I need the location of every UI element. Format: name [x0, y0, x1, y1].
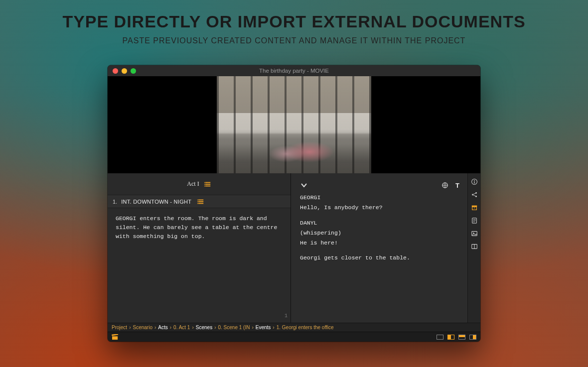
svg-point-14: [474, 180, 475, 181]
breadcrumb-separator: ›: [252, 325, 253, 330]
breadcrumb-separator: ›: [154, 325, 156, 330]
svg-rect-20: [472, 207, 476, 210]
layout-split-top[interactable]: [458, 335, 465, 340]
notes-icon[interactable]: [471, 217, 478, 224]
script-text[interactable]: GEORGIHello, Is anybody there?DANYL(whis…: [300, 193, 459, 262]
columns-icon[interactable]: [471, 243, 478, 250]
breadcrumb-item[interactable]: Project: [112, 325, 127, 330]
list-icon[interactable]: [197, 199, 204, 205]
svg-point-10: [197, 201, 198, 202]
promo-headline: TYPE DIRECTLY OR IMPORT EXTERNAL DOCUMEN…: [62, 12, 525, 31]
breadcrumb-separator: ›: [192, 325, 193, 330]
scene-preview: [108, 76, 480, 173]
layout-split-right[interactable]: [469, 335, 476, 340]
svg-rect-15: [474, 181, 474, 183]
svg-point-3: [204, 182, 205, 183]
breadcrumb-item[interactable]: Scenes: [196, 325, 212, 330]
breadcrumb-item[interactable]: Events: [256, 325, 271, 330]
breadcrumb-item[interactable]: Scenario: [133, 325, 152, 330]
window-footer: [108, 332, 480, 342]
act-label: Act I: [187, 180, 199, 188]
scene-action-text: GEORGI enters the room. The room is dark…: [116, 215, 277, 240]
scene-number: 1.: [113, 199, 117, 205]
breadcrumb-item[interactable]: 0. Scene 1 (IN: [218, 325, 250, 330]
svg-point-9: [197, 199, 198, 200]
breadcrumb-item[interactable]: 1. Georgi enters the office: [277, 325, 334, 330]
breadcrumb-separator: ›: [170, 325, 171, 330]
layout-single[interactable]: [437, 335, 443, 340]
scene-header[interactable]: 1. INT. DOWNTOWN - NIGHT: [108, 195, 291, 208]
clapperboard-icon[interactable]: [112, 334, 119, 340]
list-icon[interactable]: [204, 181, 211, 187]
globe-icon[interactable]: [441, 182, 448, 189]
close-icon[interactable]: [113, 68, 118, 74]
act-header[interactable]: Act I: [108, 173, 291, 195]
right-pane: T GEORGIHello, Is anybody there?DANYL(wh…: [291, 173, 480, 323]
archive-icon[interactable]: [471, 204, 478, 211]
breadcrumb-separator: ›: [214, 325, 216, 330]
text-tool-button[interactable]: T: [455, 182, 459, 189]
layout-switcher: [437, 335, 476, 340]
script-line: DANYL: [300, 219, 459, 227]
layout-split-left[interactable]: [447, 335, 454, 340]
breadcrumb-item[interactable]: 0. Act 1: [173, 325, 190, 330]
left-pane: Act I 1. INT. DOWNTOWN - NIGHT GEORGI en…: [108, 173, 291, 323]
breadcrumb-item[interactable]: Acts: [158, 325, 167, 330]
window-title: The birthday party - MOVIE: [108, 68, 480, 74]
script-line: (whispering): [300, 229, 459, 237]
script-line: GEORGI: [300, 193, 459, 202]
page-number: 1: [285, 312, 288, 320]
svg-rect-31: [112, 334, 118, 336]
chevron-down-icon[interactable]: [300, 181, 308, 189]
share-icon[interactable]: [471, 191, 478, 198]
script-line: Hello, Is anybody there?: [300, 203, 459, 212]
svg-rect-21: [473, 208, 475, 208]
app-window: The birthday party - MOVIE Act I 1. INT.…: [108, 65, 480, 342]
breadcrumb-separator: ›: [129, 325, 131, 330]
svg-point-5: [204, 185, 205, 186]
info-icon[interactable]: [471, 178, 478, 185]
fullscreen-icon[interactable]: [131, 68, 136, 74]
minimize-icon[interactable]: [122, 68, 127, 74]
breadcrumb-separator: ›: [273, 325, 274, 330]
svg-point-4: [204, 184, 205, 185]
breadcrumb[interactable]: Project›Scenario›Acts›0. Act 1›Scenes›0.…: [108, 323, 480, 332]
scene-preview-image: [217, 76, 371, 173]
script-line: He is here!: [300, 239, 459, 247]
right-side-toolbar: [467, 173, 480, 323]
scene-body[interactable]: GEORGI enters the room. The room is dark…: [108, 208, 291, 323]
svg-rect-30: [112, 336, 118, 340]
scene-slug: INT. DOWNTOWN - NIGHT: [121, 199, 191, 205]
promo-subhead: PASTE PREVIOUSLY CREATED CONTENT AND MAN…: [123, 36, 466, 45]
window-titlebar[interactable]: The birthday party - MOVIE: [108, 65, 480, 76]
image-icon[interactable]: [471, 230, 478, 237]
script-line: Georgi gets closer to the table.: [300, 253, 459, 262]
svg-point-11: [197, 203, 198, 204]
